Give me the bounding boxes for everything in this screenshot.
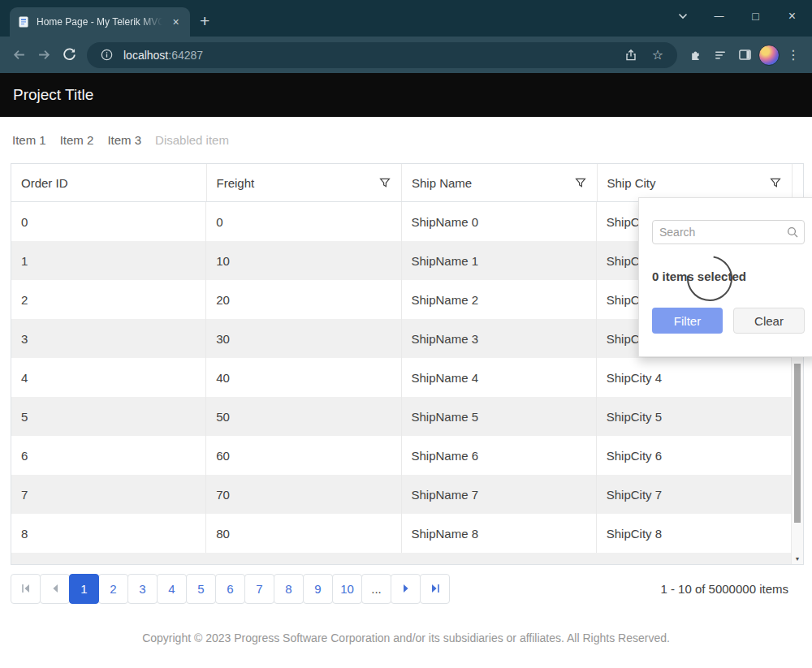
pager-prev-button[interactable] [40,574,70,604]
table-row[interactable]: 8 80 ShipName 8 ShipCity 8 [11,514,791,553]
cell-order-id: 2 [11,280,205,319]
app-header: Project Title [0,73,812,117]
prev-page-icon [50,583,61,594]
bookmark-button[interactable]: ☆ [648,45,667,65]
cell-freight: 80 [205,514,400,553]
column-header-freight[interactable]: Freight [206,164,402,201]
info-icon [101,49,113,61]
column-header-ship-city[interactable]: Ship City [597,164,793,201]
pager-ellipsis[interactable]: ... [361,574,391,604]
pager-info: 1 - 10 of 5000000 items [660,582,801,596]
cell-ship-name: ShipName 6 [401,436,596,475]
extensions-button[interactable] [684,43,708,67]
share-icon [624,49,637,62]
browser-menu-button[interactable]: ⋮ [781,43,806,67]
url-port: :64287 [168,49,203,62]
cell-ship-city: ShipCity 8 [596,514,791,553]
last-page-icon [430,583,441,594]
extensions-puzzle-icon [689,48,703,62]
tab-close-icon[interactable]: × [169,15,183,29]
cell-freight: 30 [205,319,400,358]
address-bar[interactable]: localhost:64287 ☆ [87,42,677,68]
browser-toolbar: localhost:64287 ☆ ⋮ [0,37,812,73]
maximize-button[interactable]: □ [737,0,774,32]
browser-tabstrip: Home Page - My Telerik MVC App × + — □ × [0,0,812,37]
pinned-extension-icon[interactable] [708,43,732,67]
cell-ship-name: ShipName 1 [401,241,596,280]
menu-item-2[interactable]: Item 2 [60,133,94,147]
page-title: Project Title [13,86,93,104]
reload-icon [63,48,76,62]
table-row[interactable]: 5 50 ShipName 5 ShipCity 5 [11,397,791,436]
profile-avatar[interactable] [757,43,781,67]
pager-page-7[interactable]: 7 [244,574,274,604]
menu-item-3[interactable]: Item 3 [107,133,141,147]
filter-apply-button[interactable]: Filter [652,308,723,334]
pager-page-2[interactable]: 2 [98,574,128,604]
window-close-button[interactable]: × [774,0,810,32]
kebab-menu-icon: ⋮ [787,47,800,62]
column-title: Ship City [607,176,767,190]
table-row-partial[interactable] [11,553,791,564]
scrollbar-spacer [792,164,803,201]
tab-search-button[interactable] [664,0,701,32]
pager-page-5[interactable]: 5 [186,574,216,604]
cell-ship-city: ShipCity 6 [596,436,791,475]
filter-funnel-icon [770,177,781,188]
cell-order-id: 8 [11,514,205,553]
minimize-button[interactable]: — [701,0,737,32]
search-input[interactable] [652,220,805,244]
cell-order-id: 5 [11,397,205,436]
filter-funnel-icon [379,177,391,188]
pager-first-button[interactable] [11,574,41,604]
cell-freight: 50 [205,397,400,436]
table-row[interactable]: 4 40 ShipName 4 ShipCity 4 [11,358,791,397]
pager-page-10[interactable]: 10 [332,574,362,604]
share-button[interactable] [621,45,641,65]
filter-button-freight[interactable] [375,173,395,192]
pager-page-1[interactable]: 1 [69,574,99,604]
pager-last-button[interactable] [420,574,450,604]
side-panel-button[interactable] [732,43,757,67]
filter-button-ship-city[interactable] [766,173,785,192]
cell-order-id: 0 [11,202,205,241]
tab-title: Home Page - My Telerik MVC App [37,16,162,28]
scroll-down-icon[interactable]: ▼ [792,553,803,564]
scrollbar-thumb[interactable] [794,364,801,523]
search-icon [786,226,799,239]
cell-order-id: 7 [11,475,205,514]
pager-page-6[interactable]: 6 [215,574,245,604]
column-header-ship-name[interactable]: Ship Name [401,164,597,201]
menu-item-1[interactable]: Item 1 [12,133,46,147]
back-button[interactable] [6,42,32,67]
column-header-order-id[interactable]: Order ID [11,164,206,201]
pager-page-9[interactable]: 9 [303,574,333,604]
filter-button-ship-name[interactable] [571,173,590,192]
grid-pager: 1 2 3 4 5 6 7 8 9 10 ... 1 - 10 of 50000… [11,568,801,609]
window-controls: — □ × [664,0,810,32]
browser-tab[interactable]: Home Page - My Telerik MVC App × [10,7,190,37]
cell-ship-name: ShipName 2 [401,280,596,319]
cell-freight: 20 [205,280,400,319]
table-row[interactable]: 6 60 ShipName 6 ShipCity 6 [11,436,791,475]
site-info-button[interactable] [97,45,116,65]
cell-ship-name: ShipName 8 [401,514,596,553]
cell-ship-city: ShipCity 4 [596,358,791,397]
new-tab-button[interactable]: + [200,13,209,29]
forward-arrow-icon [37,48,51,62]
table-row[interactable]: 7 70 ShipName 7 ShipCity 7 [11,475,791,514]
cell-ship-name: ShipName 3 [401,319,596,358]
pager-next-button[interactable] [391,574,421,604]
forward-button[interactable] [32,42,57,67]
reload-button[interactable] [57,42,82,67]
pager-page-3[interactable]: 3 [127,574,158,604]
tab-favicon-icon [17,15,30,28]
column-title: Freight [217,176,376,190]
column-title: Order ID [21,176,200,190]
pager-page-4[interactable]: 4 [157,574,187,604]
cell-order-id: 6 [11,436,205,475]
url-host: localhost [123,49,168,62]
filter-clear-button[interactable]: Clear [733,308,805,334]
pager-page-8[interactable]: 8 [274,574,304,604]
column-title: Ship Name [412,176,571,190]
